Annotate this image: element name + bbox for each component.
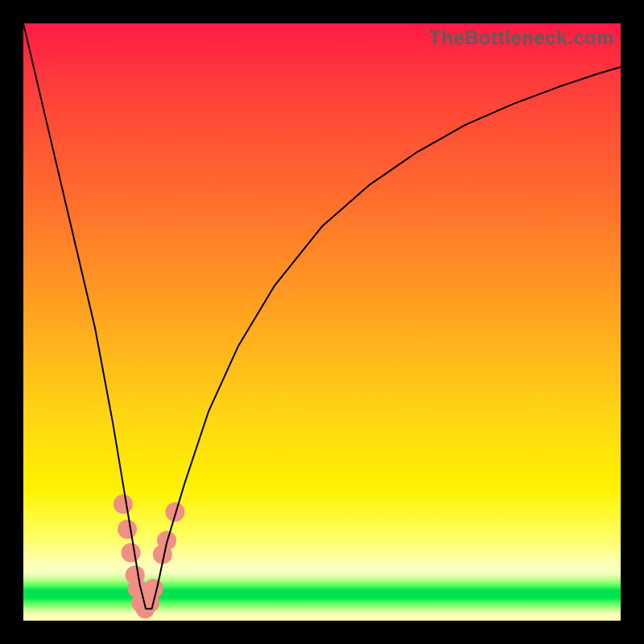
marker-dot (118, 519, 137, 539)
chart-frame: TheBottleneck.com (0, 0, 644, 644)
plot-area: TheBottleneck.com (23, 23, 621, 621)
marker-dot (114, 494, 133, 514)
marker-dot (144, 579, 163, 598)
bottleneck-curve (23, 23, 621, 609)
marker-dot (165, 502, 184, 522)
marker-dot (122, 543, 141, 562)
marker-layer (114, 494, 185, 618)
chart-overlay (23, 23, 621, 621)
